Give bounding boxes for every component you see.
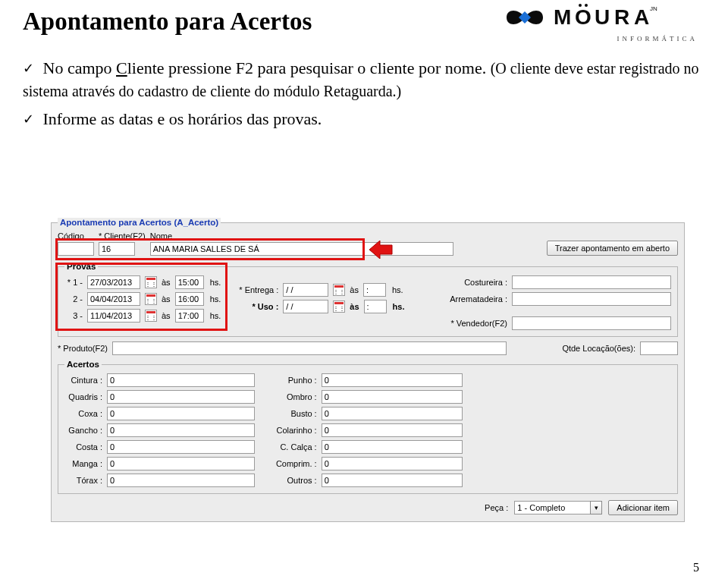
- entrega-label: * Entrega :: [236, 285, 278, 294]
- punho-label: Punho :: [273, 376, 317, 385]
- codigo-input[interactable]: [58, 242, 94, 256]
- ombro-input[interactable]: [322, 390, 463, 404]
- root-fieldset: Apontamento para Acertos (A_Acerto) Códi…: [51, 218, 685, 522]
- calendar-icon[interactable]: ⋮⋮: [145, 276, 157, 288]
- comprim-label: Comprim. :: [273, 459, 317, 468]
- quadris-input[interactable]: [107, 390, 255, 404]
- p2-time[interactable]: [175, 292, 204, 306]
- p3-date[interactable]: [87, 309, 140, 323]
- svg-text:R: R: [614, 5, 629, 29]
- torax-input[interactable]: [107, 474, 255, 487]
- bullet-1: ✓ No campo Cliente pressione F2 para pes…: [23, 57, 705, 102]
- check-icon: ✓: [23, 112, 34, 127]
- costureira-input[interactable]: [512, 275, 671, 289]
- p1-date[interactable]: [87, 275, 140, 289]
- bullet-1-rest: pressione F2 para pesquisar o cliente po…: [165, 58, 491, 77]
- comprim-input[interactable]: [322, 457, 463, 470]
- ccalca-input[interactable]: [322, 440, 463, 454]
- ccalca-label: C. Calça :: [273, 442, 317, 452]
- p3-time[interactable]: [175, 309, 204, 323]
- calendar-icon[interactable]: ⋮⋮: [333, 284, 345, 296]
- nome-label: Nome: [150, 231, 453, 241]
- coxa-label: Coxa :: [64, 409, 102, 418]
- as-label-bold: às: [350, 302, 359, 311]
- hs-label: hs.: [392, 285, 403, 294]
- calendar-icon[interactable]: ⋮⋮: [145, 310, 157, 322]
- provas-fieldset: Provas * 1 - ⋮⋮ às hs. 2 -: [58, 262, 678, 337]
- arrematadeira-label: Arrematadeira :: [444, 294, 507, 304]
- cintura-input[interactable]: [107, 373, 255, 387]
- bullet-2-text: Informe as datas e os horários das prova…: [43, 109, 322, 128]
- svg-text:M: M: [554, 5, 572, 29]
- codigo-label: Código: [58, 231, 94, 241]
- qtde-label: Qtde Locação(ões):: [562, 344, 635, 353]
- colarinho-input[interactable]: [322, 423, 463, 437]
- gancho-input[interactable]: [107, 423, 255, 437]
- chevron-down-icon[interactable]: ▾: [590, 501, 602, 514]
- provas-legend: Provas: [64, 262, 98, 271]
- manga-label: Manga :: [64, 459, 102, 468]
- hs-label-bold: hs.: [393, 302, 405, 311]
- svg-text:O: O: [575, 5, 592, 29]
- page-number: 5: [693, 561, 699, 574]
- entrega-date[interactable]: [283, 283, 328, 297]
- qtde-input[interactable]: [640, 341, 678, 355]
- hs-label: hs.: [210, 278, 221, 287]
- acertos-fieldset: Acertos Cintura : Quadris : Coxa : Ganch…: [58, 360, 678, 494]
- nome-input[interactable]: [150, 242, 453, 256]
- bullet-1-prefix: No campo: [43, 58, 117, 77]
- peca-input[interactable]: [514, 501, 590, 514]
- quadris-label: Quadris :: [64, 392, 102, 401]
- p1-time[interactable]: [175, 275, 204, 289]
- trazer-button[interactable]: Trazer apontamento em aberto: [547, 241, 678, 256]
- as-label: às: [350, 285, 359, 294]
- bullet-1-client: C: [116, 58, 127, 77]
- peca-label: Peça :: [485, 503, 508, 512]
- vendedor-input[interactable]: [512, 316, 671, 330]
- svg-text:U: U: [595, 5, 610, 29]
- hs-label: hs.: [210, 311, 221, 320]
- svg-point-3: [579, 4, 582, 7]
- vendedor-label: * Vendedor(F2): [444, 319, 507, 328]
- svg-point-4: [585, 4, 588, 7]
- coxa-input[interactable]: [107, 407, 255, 420]
- arrematadeira-input[interactable]: [512, 292, 671, 306]
- add-item-button[interactable]: Adicionar item: [608, 500, 678, 515]
- p1-label: * 1 -: [64, 278, 83, 287]
- calendar-icon[interactable]: ⋮⋮: [333, 301, 345, 313]
- as-label: às: [162, 278, 171, 287]
- hs-label: hs.: [210, 294, 221, 304]
- busto-input[interactable]: [322, 407, 463, 420]
- check-icon: ✓: [23, 61, 34, 76]
- logo-subtext: INFORMÁTICA: [500, 35, 698, 42]
- produto-input[interactable]: [112, 341, 507, 355]
- arrow-left-icon: [369, 241, 395, 259]
- as-label: às: [162, 311, 171, 320]
- cliente-label: * Cliente(F2): [99, 231, 146, 241]
- cintura-label: Cintura :: [64, 376, 102, 385]
- outros-input[interactable]: [322, 474, 463, 487]
- calendar-icon[interactable]: ⋮⋮: [145, 293, 157, 305]
- uso-time[interactable]: [364, 300, 387, 313]
- punho-input[interactable]: [322, 373, 463, 387]
- entrega-time[interactable]: [363, 283, 386, 297]
- uso-date[interactable]: [283, 300, 328, 313]
- app-screenshot: Apontamento para Acertos (A_Acerto) Códi…: [51, 218, 685, 522]
- produto-label: * Produto(F2): [58, 344, 108, 353]
- svg-text:A: A: [634, 5, 649, 29]
- p2-label: 2 -: [64, 294, 83, 304]
- manga-input[interactable]: [107, 457, 255, 470]
- p2-date[interactable]: [87, 292, 140, 306]
- cliente-input[interactable]: [99, 242, 135, 256]
- outros-label: Outros :: [273, 476, 317, 485]
- root-legend: Apontamento para Acertos (A_Acerto): [58, 218, 221, 227]
- costa-label: Costa :: [64, 442, 102, 452]
- costureira-label: Costureira :: [444, 278, 507, 287]
- as-label: às: [162, 294, 171, 304]
- costa-input[interactable]: [107, 440, 255, 454]
- acertos-legend: Acertos: [64, 360, 102, 369]
- p3-label: 3 -: [64, 311, 83, 320]
- svg-text:JN: JN: [650, 5, 657, 12]
- peca-combo[interactable]: ▾: [514, 501, 602, 514]
- logo: M O U R A JN INFORMÁTICA: [500, 2, 698, 42]
